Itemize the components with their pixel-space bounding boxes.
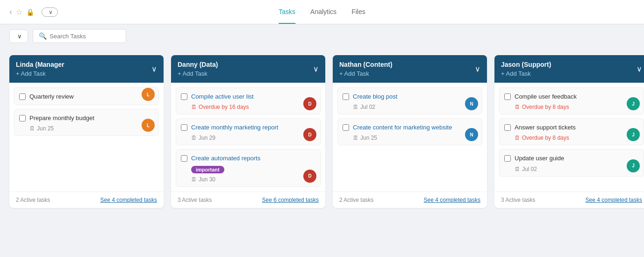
task-top: Create blog post	[343, 93, 477, 101]
task-date-text: Jul 02	[360, 104, 375, 110]
tab-tasks[interactable]: Tasks	[279, 0, 295, 24]
column-chevron-nathan[interactable]: ∨	[475, 64, 480, 73]
column-header-nathan: Nathan (Content) + Add Task ∨	[333, 55, 487, 83]
top-nav: ‹ ☆ 🔒 ∨ Tasks Analytics Files	[0, 0, 644, 24]
task-card: Create blog post 🗓 Jul 02 N	[337, 87, 482, 114]
calendar-icon: 🗓	[29, 125, 35, 132]
tab-files[interactable]: Files	[351, 0, 365, 24]
see-completed-link[interactable]: See 4 completed tasks	[100, 197, 157, 203]
column-footer-linda: 2 Active tasks See 4 completed tasks	[9, 192, 164, 208]
task-top: Create automated reports	[181, 154, 315, 163]
column-footer-danny: 3 Active tasks See 6 completed tasks	[171, 192, 325, 208]
column-body-linda: Quarterly review L Prepare monthly budge…	[9, 83, 164, 192]
column-header-left-jason: Jason (Support) + Add Task	[501, 61, 551, 77]
task-tag: important	[191, 166, 224, 173]
task-card: Create automated reports important 🗓 Jun…	[176, 149, 321, 186]
avatar: N	[465, 97, 478, 110]
column-chevron-danny[interactable]: ∨	[313, 64, 319, 73]
task-card: Compile user feedback 🗓 Overdue by 8 day…	[499, 87, 644, 114]
task-date: 🗓 Overdue by 8 days	[515, 135, 639, 141]
search-icon: 🔍	[39, 32, 47, 40]
active-count: 3 Active tasks	[178, 197, 212, 203]
calendar-icon: 🗓	[191, 135, 197, 141]
task-top: Answer support tickets	[504, 123, 639, 132]
task-checkbox[interactable]	[181, 155, 187, 162]
task-title: Prepare monthly budget	[29, 114, 94, 122]
column-header-left-nathan: Nathan (Content) + Add Task	[339, 61, 393, 77]
column-body-danny: Compile active user list 🗓 Overdue by 16…	[171, 83, 325, 192]
calendar-icon: 🗓	[515, 135, 520, 141]
see-completed-link[interactable]: See 4 completed tasks	[586, 197, 642, 203]
task-card: Update user guide 🗓 Jul 02 J	[499, 149, 644, 176]
task-checkbox[interactable]	[181, 93, 187, 100]
column-nathan: Nathan (Content) + Add Task ∨ Create blo…	[333, 55, 487, 208]
task-checkbox[interactable]	[343, 93, 349, 100]
nav-left: ‹ ☆ 🔒 ∨	[9, 7, 58, 17]
filter-bar: ∨ 🔍	[0, 24, 644, 48]
task-date-text: Jul 02	[522, 166, 537, 172]
calendar-icon: 🗓	[191, 104, 197, 110]
task-checkbox[interactable]	[343, 124, 349, 131]
task-card: Compile active user list 🗓 Overdue by 16…	[176, 87, 321, 114]
task-checkbox[interactable]	[19, 115, 26, 121]
avatar: D	[303, 170, 316, 183]
task-date-text: Jun 29	[199, 135, 215, 141]
task-checkbox[interactable]	[504, 124, 511, 131]
column-footer-nathan: 2 Active tasks See 4 completed tasks	[333, 192, 487, 208]
calendar-icon: 🗓	[353, 135, 358, 141]
avatar: L	[142, 88, 155, 101]
task-checkbox[interactable]	[19, 93, 26, 100]
add-task-button-linda[interactable]: + Add Task	[16, 70, 64, 77]
calendar-icon: 🗓	[353, 104, 358, 110]
task-card: Quarterly review L	[14, 87, 159, 105]
active-count: 3 Active tasks	[501, 197, 535, 203]
column-title-danny: Danny (Data)	[178, 61, 218, 68]
column-body-jason: Compile user feedback 🗓 Overdue by 8 day…	[494, 83, 644, 192]
calendar-icon: 🗓	[515, 166, 520, 172]
task-checkbox[interactable]	[181, 124, 187, 131]
filter-all-button[interactable]: ∨	[9, 29, 28, 43]
task-date: 🗓 Jun 29	[191, 135, 315, 141]
task-date: 🗓 Jun 25	[353, 135, 477, 141]
column-header-danny: Danny (Data) + Add Task ∨	[171, 55, 325, 83]
avatar: J	[627, 159, 640, 172]
task-title: Update user guide	[515, 154, 564, 163]
see-completed-link[interactable]: See 6 completed tasks	[262, 197, 319, 203]
column-chevron-linda[interactable]: ∨	[151, 64, 157, 73]
task-title: Create blog post	[353, 93, 397, 101]
search-input[interactable]	[50, 33, 120, 40]
add-task-button-nathan[interactable]: + Add Task	[339, 70, 393, 77]
task-title: Create monthly marketing report	[191, 123, 278, 132]
task-title: Answer support tickets	[515, 123, 576, 132]
column-linda: Linda (Manager + Add Task ∨ Quarterly re…	[9, 55, 164, 208]
task-top: Prepare monthly budget	[19, 114, 154, 122]
task-checkbox[interactable]	[504, 155, 511, 162]
badge-chevron: ∨	[49, 9, 53, 15]
board: Linda (Manager + Add Task ∨ Quarterly re…	[0, 48, 644, 215]
task-checkbox[interactable]	[504, 93, 511, 100]
task-date-text: Overdue by 8 days	[522, 104, 569, 110]
task-title: Create content for marketing website	[353, 123, 452, 132]
star-icon[interactable]: ☆	[16, 7, 22, 16]
see-completed-link[interactable]: See 4 completed tasks	[424, 197, 480, 203]
task-card: Create monthly marketing report 🗓 Jun 29…	[176, 118, 321, 145]
add-task-button-danny[interactable]: + Add Task	[178, 70, 218, 77]
task-date: 🗓 Jun 25	[29, 125, 154, 132]
task-card: Prepare monthly budget 🗓 Jun 25 L	[14, 109, 159, 136]
task-date: 🗓 Jul 02	[353, 104, 477, 110]
column-jason: Jason (Support) + Add Task ∨ Compile use…	[494, 55, 644, 208]
column-body-nathan: Create blog post 🗓 Jul 02 N Create conte…	[333, 83, 487, 192]
add-task-button-jason[interactable]: + Add Task	[501, 70, 551, 77]
task-title: Compile active user list	[191, 93, 254, 101]
avatar: D	[303, 97, 316, 110]
avatar: J	[627, 97, 640, 110]
view-badge[interactable]: ∨	[42, 7, 58, 17]
task-date: 🗓 Overdue by 8 days	[515, 104, 639, 110]
column-chevron-jason[interactable]: ∨	[637, 64, 642, 73]
task-date: 🗓 Jun 30	[191, 176, 315, 183]
tab-analytics[interactable]: Analytics	[310, 0, 336, 24]
column-footer-jason: 3 Active tasks See 4 completed tasks	[494, 192, 644, 208]
lock-icon: 🔒	[26, 8, 34, 16]
task-date: 🗓 Overdue by 16 days	[191, 104, 315, 110]
back-button[interactable]: ‹	[9, 7, 12, 17]
